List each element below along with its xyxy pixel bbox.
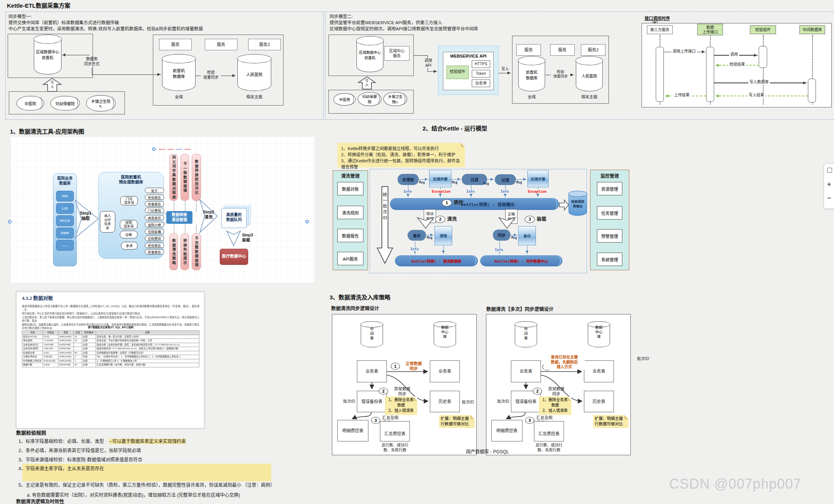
history-table[interactable]: 历史表 [430,391,460,412]
zoom-in-button[interactable]: + [827,180,831,189]
mid-node-box[interactable]: 住院 流水号 [120,220,138,229]
leaf-node-box[interactable]: 住院费用 [145,236,164,241]
api-item-box[interactable]: HTTPS [472,60,490,68]
summary-qc-table[interactable]: 汇总质控表 [380,421,410,441]
detail-qc-table[interactable]: 明细质控表 [491,420,522,441]
api-item-label: Token [472,71,490,76]
src-system-box[interactable]: PACS [56,215,74,226]
step2-note[interactable]: 1、删除业务表 数据 2、插入错误表 [385,397,417,415]
summary-qc-table[interactable]: 汇总质控表 [534,421,564,441]
model1-label: 同步模型一: [8,14,32,19]
src-system-box[interactable]: EMR [56,228,74,238]
extend-note[interactable]: 扩展：明细主键 行数据可做对比 [439,415,474,428]
service-box[interactable]: 服务 [516,44,541,56]
pink-bar[interactable]: 转换失败提示 [181,233,189,270]
leaf-node-box[interactable]: 检验报告 [145,195,164,200]
hospital-shape[interactable]: 中医院 [17,96,44,111]
fit-view-button[interactable] [827,168,832,173]
panel-item[interactable]: 资源管理 [597,182,622,195]
kettle-node[interactable]: 处理前 [398,174,419,185]
service-box[interactable]: 服务2 [581,44,605,56]
zoom-out-button[interactable]: − [827,194,831,203]
region-service-box[interactable]: 区域中心 服务 [384,46,410,61]
biz-table-left[interactable]: 业务表 [511,360,541,382]
panel-item[interactable]: API服务 [337,252,363,265]
step-badge-2: 2 [533,388,542,395]
hospital-shape[interactable]: 中医院 [333,93,356,106]
lifeline-head[interactable]: 检验组件 [750,25,776,34]
leaf-node-box[interactable]: 检查报告 [145,249,164,254]
lifeline-head[interactable]: 中间数据库 [799,25,825,34]
panel-item[interactable]: 任务管理 [597,206,622,220]
hospital-db-cylinder[interactable]: 人民医院 [576,61,603,91]
pink-bar[interactable]: 不一致数据报错 [181,154,189,201]
src-system-box[interactable]: LIS [56,203,74,214]
patient-info-db-box[interactable]: 病人 诊疗 信息 库 [100,211,115,233]
kettle-step-box[interactable]: 备份 [518,226,536,245]
hospital-shape[interactable]: 乡镇卫生院 n. [86,95,116,111]
hospital-db-cylinder[interactable]: 人民医院 [237,59,271,91]
hospital-shape[interactable]: 乡镇卫生 院n. [383,92,407,106]
kettle-step-box[interactable]: 处理步骤 [429,170,451,187]
kettle-bar-sync[interactable]: Kettle(转换) - 同步数据中心 [480,255,562,266]
leaf-node-box[interactable]: 处方 [145,188,164,193]
panel-item[interactable]: 系统管理 [597,253,622,266]
panel-item[interactable]: 预警管理 [597,229,622,243]
service-box[interactable]: 服务 [550,44,575,56]
history-table[interactable]: 历史表 [584,391,614,412]
detail-qc-table[interactable]: 明细质控表 [337,420,368,441]
mid-node-box[interactable]: 门诊 流水号 [120,196,138,205]
lifeline-head[interactable]: 数据 上传接口 [697,24,723,35]
service-box[interactable]: 服务 [205,39,237,50]
kettle-note[interactable]: 1、Kettle转换步骤之间都是独立线程，可以并发执行 2、转换组件分离（检验、… [337,143,465,167]
api-item-box[interactable]: 白名单 [472,79,490,87]
kettle-node[interactable]: 过滤 [495,174,516,185]
biz-table-right[interactable]: 业务表 [584,360,614,382]
mid-node-box[interactable]: 手术 [121,242,138,250]
leaf-node-box[interactable]: 门诊费用 [145,208,164,213]
center-db-cylinder[interactable]: 数据 中心 库 [588,324,610,347]
step2-note[interactable]: 1、删除业务表 数据 2、插入错误表 [539,397,571,415]
kettle-node[interactable]: 备份 [408,230,426,241]
kettle-node[interactable]: 同步 [493,230,511,241]
leaf-node-box[interactable]: 住院医嘱 [145,229,164,234]
leaf-node-box[interactable]: 病案首页 [145,215,164,220]
call-api-label: 调用 API [420,58,436,68]
verify-rule-output-cylinder[interactable]: 检验规则 表输出 [569,194,587,216]
leaf-node-box[interactable]: 检验报告 [145,243,164,248]
extend-note[interactable]: 扩展：明细主键 行数据可做对比 [593,415,628,428]
src-system-box[interactable]: ...... [56,240,74,251]
hospital-shape[interactable]: 妇幼保健院 [50,96,80,111]
api-item-box[interactable]: Token [472,70,490,78]
panel-item[interactable]: 数据报告 [337,229,363,242]
biz-table-right[interactable]: 业务表 [430,360,460,382]
front-db-cylinder[interactable]: 前置机 数据库 [162,59,196,91]
hospital-shape[interactable]: 妇幼保健 院 [358,92,381,106]
center-db-cylinder[interactable]: 数据 中心 库 [434,324,456,347]
kettle-step-box[interactable]: 处理步骤 [527,170,549,187]
kettle-bar-verify[interactable]: Kettle(转换) - 检验输出 [390,198,559,210]
leaf-node-box[interactable]: 出院小结 [145,222,164,227]
leaf-node-box[interactable]: 检查报告 [145,201,164,207]
lifeline-head[interactable]: 第三方服务 [647,25,673,34]
mid-node-box[interactable]: 诊断 [120,231,138,238]
service-box[interactable]: 服务 [159,39,192,50]
panel-item[interactable]: 清洗规则 [337,206,363,219]
model1-center-db-cylinder[interactable]: 区域数据中心 前置机 [34,39,61,74]
panel-item[interactable]: 数据对账 [337,182,363,195]
model2-center-db-cylinder[interactable]: 区域数据中心 前置机 [356,41,383,72]
pink-bar[interactable]: 不完整数据报错 [192,233,201,270]
mid-db-cylinder[interactable]: 中 间 库 [361,324,383,347]
pink-bar[interactable]: 数据转换前后对比 [192,154,201,201]
kettle-bar-error[interactable]: Kettle(转换) - 错误数据表 [395,255,478,266]
table-cell: 批次ID(PCID) [22,335,43,339]
service-box[interactable]: 服务2 [248,39,281,50]
pink-bar[interactable]: 数据清洗策略 [169,233,178,270]
kettle-step-box[interactable]: 清理 [434,226,452,245]
step2-label: Step2 清洗 [200,210,217,220]
biz-table-left[interactable]: 业务表 [357,360,387,382]
src-system-box[interactable]: HIS [56,191,74,202]
pink-bar[interactable]: 同义词字典数据对照表 [169,154,178,201]
front-db-cylinder[interactable]: 前置机 数据库 [518,61,545,91]
mid-db-cylinder[interactable]: 中 间 库 [515,324,537,347]
